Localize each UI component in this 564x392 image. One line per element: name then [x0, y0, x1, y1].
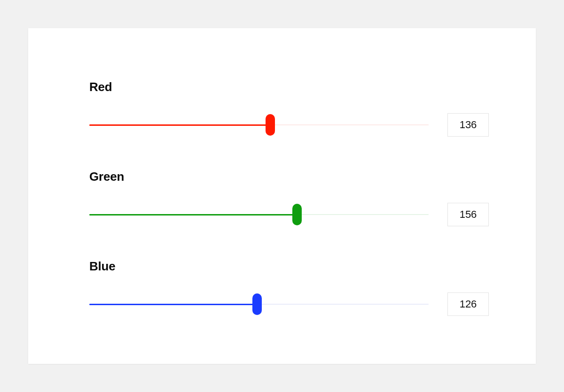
color-picker-panel: Red 136 Green 156 Blue: [28, 28, 536, 364]
slider-row-blue: Blue 126: [89, 259, 489, 316]
slider-track-fill: [89, 124, 270, 126]
slider-label-blue: Blue: [89, 259, 489, 274]
slider-label-red: Red: [89, 80, 489, 94]
slider-thumb[interactable]: [266, 114, 275, 136]
blue-value-input[interactable]: 126: [447, 292, 489, 316]
slider-control-green: 156: [89, 203, 489, 226]
green-slider[interactable]: [89, 204, 429, 225]
slider-track-fill: [89, 214, 297, 215]
red-value-input[interactable]: 136: [447, 113, 489, 137]
slider-row-green: Green 156: [89, 169, 489, 226]
green-value-input[interactable]: 156: [447, 203, 489, 226]
slider-label-green: Green: [89, 169, 489, 184]
slider-track-fill: [89, 304, 257, 305]
slider-row-red: Red 136: [89, 80, 489, 137]
slider-thumb[interactable]: [292, 204, 302, 225]
blue-slider[interactable]: [89, 294, 429, 315]
red-slider[interactable]: [89, 115, 429, 135]
slider-control-blue: 126: [89, 292, 489, 316]
slider-control-red: 136: [89, 113, 489, 137]
slider-thumb[interactable]: [252, 293, 262, 315]
